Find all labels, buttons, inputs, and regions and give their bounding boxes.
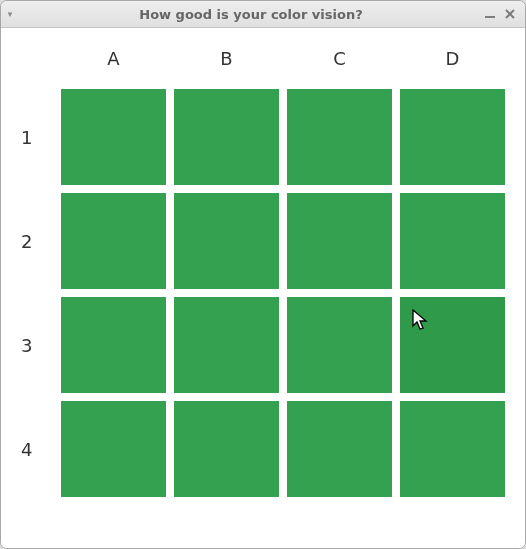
minimize-button[interactable] [483, 7, 497, 21]
cell-D3[interactable] [400, 297, 505, 393]
titlebar: ▾ How good is your color vision? [1, 1, 525, 28]
cell-A3[interactable] [61, 297, 166, 393]
cell-B2[interactable] [174, 193, 279, 289]
cell-A1[interactable] [61, 89, 166, 185]
grid-row: 4 [17, 401, 513, 497]
cell-D4[interactable] [400, 401, 505, 497]
close-icon [504, 8, 516, 20]
cell-B3[interactable] [174, 297, 279, 393]
cell-B4[interactable] [174, 401, 279, 497]
column-headers: A B C D [61, 48, 513, 69]
app-window: ▾ How good is your color vision? A B C [0, 0, 526, 549]
window-controls [483, 7, 525, 21]
app-menu-indicator[interactable]: ▾ [1, 9, 19, 19]
cell-A4[interactable] [61, 401, 166, 497]
col-header-c: C [287, 48, 392, 69]
grid-rows: 1234 [17, 89, 513, 497]
minimize-icon [484, 8, 496, 20]
row-header-1: 1 [17, 127, 61, 148]
col-header-a: A [61, 48, 166, 69]
cell-C3[interactable] [287, 297, 392, 393]
row-header-2: 2 [17, 231, 61, 252]
col-header-d: D [400, 48, 505, 69]
cell-D1[interactable] [400, 89, 505, 185]
cell-D2[interactable] [400, 193, 505, 289]
grid-row: 2 [17, 193, 513, 289]
cell-A2[interactable] [61, 193, 166, 289]
client-area: A B C D 1234 [1, 28, 525, 548]
grid-row: 1 [17, 89, 513, 185]
cell-C2[interactable] [287, 193, 392, 289]
cell-C4[interactable] [287, 401, 392, 497]
cell-C1[interactable] [287, 89, 392, 185]
row-header-4: 4 [17, 439, 61, 460]
close-button[interactable] [503, 7, 517, 21]
cell-B1[interactable] [174, 89, 279, 185]
col-header-b: B [174, 48, 279, 69]
window-title: How good is your color vision? [19, 7, 483, 22]
game-board: A B C D 1234 [17, 48, 513, 505]
svg-rect-0 [485, 16, 495, 18]
grid-row: 3 [17, 297, 513, 393]
row-header-3: 3 [17, 335, 61, 356]
cursor-icon [412, 309, 430, 331]
